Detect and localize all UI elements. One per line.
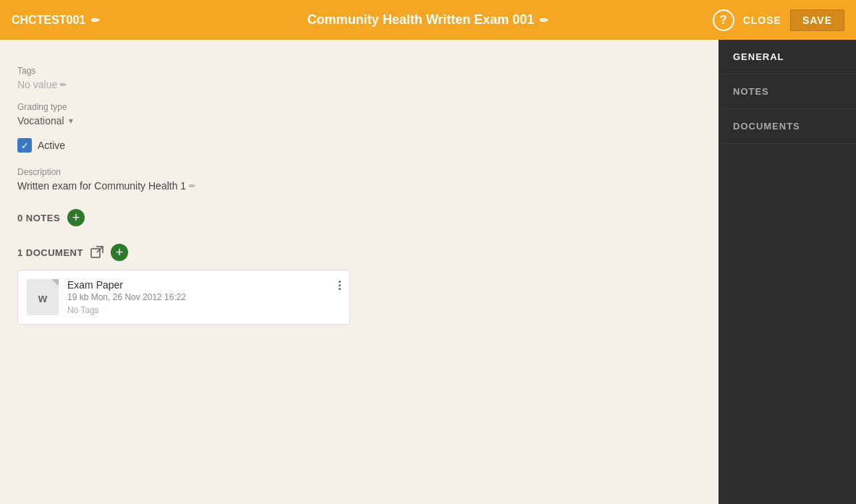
- course-title-edit-icon[interactable]: ✏: [540, 14, 548, 26]
- course-code: CHCTEST001: [12, 14, 85, 27]
- active-label: Active: [38, 140, 65, 151]
- document-icon-fold: [51, 279, 59, 286]
- documents-external-link-button[interactable]: [90, 246, 103, 259]
- sidebar-item-general[interactable]: GENERAL: [719, 40, 856, 74]
- add-note-button[interactable]: +: [67, 209, 85, 226]
- document-name: Exam Paper: [67, 279, 341, 291]
- tags-label: Tags: [17, 66, 701, 76]
- document-menu-button[interactable]: [336, 278, 344, 293]
- tags-value: No value ✏: [17, 79, 701, 90]
- document-info: Exam Paper 19 kb Mon, 26 Nov 2012 16:22 …: [67, 279, 341, 315]
- tags-edit-icon[interactable]: ✏: [60, 80, 67, 90]
- grading-type-value: Vocational ▾: [17, 115, 701, 127]
- document-icon-label: w: [38, 292, 47, 305]
- active-row: Active: [17, 138, 701, 153]
- active-checkbox[interactable]: [17, 138, 32, 153]
- header-right: ? CLOSE SAVE: [713, 9, 844, 31]
- document-tags: No Tags: [67, 305, 341, 315]
- description-label: Description: [17, 167, 701, 177]
- document-icon: w: [27, 279, 59, 315]
- course-title: Community Health Written Exam 001: [308, 12, 535, 27]
- notes-section-header: 0 NOTES +: [17, 209, 701, 226]
- close-button[interactable]: CLOSE: [743, 14, 781, 26]
- documents-title: 1 DOCUMENT: [17, 247, 83, 258]
- save-button[interactable]: SAVE: [790, 9, 844, 31]
- layout: Tags No value ✏ Grading type Vocational …: [0, 40, 856, 504]
- course-code-edit-icon[interactable]: ✏: [91, 14, 100, 26]
- description-edit-icon[interactable]: ✏: [189, 181, 195, 191]
- document-card: w Exam Paper 19 kb Mon, 26 Nov 2012 16:2…: [17, 270, 350, 325]
- sidebar-item-notes[interactable]: NOTES: [719, 74, 856, 109]
- grading-type-dropdown-icon[interactable]: ▾: [69, 116, 73, 126]
- sidebar: GENERAL NOTES DOCUMENTS: [719, 40, 856, 504]
- header: CHCTEST001 ✏ Community Health Written Ex…: [0, 0, 856, 40]
- grading-type-label: Grading type: [17, 102, 701, 112]
- documents-section-header: 1 DOCUMENT +: [17, 244, 701, 261]
- document-meta: 19 kb Mon, 26 Nov 2012 16:22: [67, 292, 341, 302]
- add-document-button[interactable]: +: [111, 244, 128, 261]
- sidebar-item-documents[interactable]: DOCUMENTS: [719, 109, 856, 144]
- help-button[interactable]: ?: [713, 9, 734, 31]
- main-content: Tags No value ✏ Grading type Vocational …: [0, 40, 719, 504]
- notes-title: 0 NOTES: [17, 213, 60, 223]
- header-center: Community Health Written Exam 001 ✏: [308, 12, 549, 27]
- description-value: Written exam for Community Health 1 ✏: [17, 180, 701, 192]
- header-left: CHCTEST001 ✏: [12, 14, 100, 27]
